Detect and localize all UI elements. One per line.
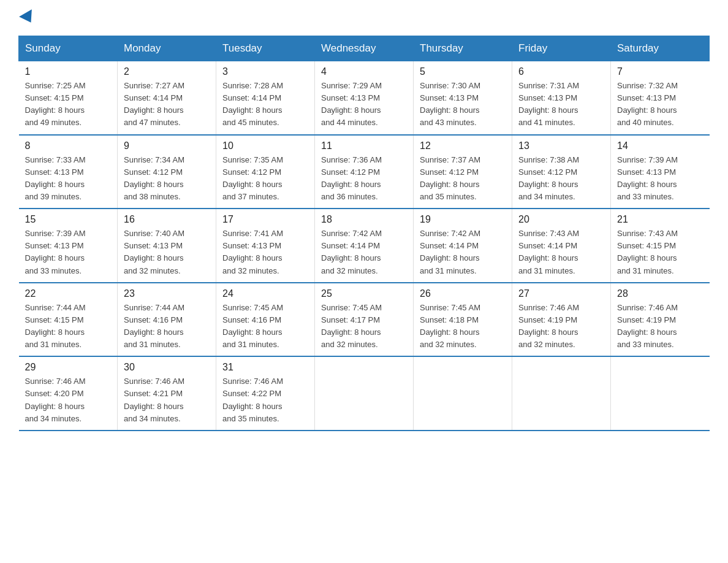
calendar-cell: 7 Sunrise: 7:32 AMSunset: 4:13 PMDayligh… — [611, 61, 710, 135]
calendar-cell: 15 Sunrise: 7:39 AMSunset: 4:13 PMDaylig… — [19, 209, 118, 283]
calendar-cell: 12 Sunrise: 7:37 AMSunset: 4:12 PMDaylig… — [414, 135, 512, 209]
calendar-cell: 8 Sunrise: 7:33 AMSunset: 4:13 PMDayligh… — [19, 135, 118, 209]
calendar-cell: 13 Sunrise: 7:38 AMSunset: 4:12 PMDaylig… — [512, 135, 611, 209]
logo-blue-text — [18, 12, 36, 23]
calendar-cell: 2 Sunrise: 7:27 AMSunset: 4:14 PMDayligh… — [118, 61, 216, 135]
calendar-cell: 21 Sunrise: 7:43 AMSunset: 4:15 PMDaylig… — [611, 209, 710, 283]
day-number: 22 — [25, 288, 112, 299]
day-number: 19 — [420, 214, 506, 225]
day-info: Sunrise: 7:34 AMSunset: 4:12 PMDaylight:… — [124, 155, 184, 201]
day-info: Sunrise: 7:45 AMSunset: 4:18 PMDaylight:… — [420, 303, 480, 349]
calendar-cell: 23 Sunrise: 7:44 AMSunset: 4:16 PMDaylig… — [118, 283, 216, 357]
day-info: Sunrise: 7:40 AMSunset: 4:13 PMDaylight:… — [124, 229, 184, 275]
day-number: 30 — [124, 362, 210, 373]
calendar-cell — [512, 356, 611, 431]
calendar-cell: 11 Sunrise: 7:36 AMSunset: 4:12 PMDaylig… — [315, 135, 414, 209]
day-number: 7 — [617, 66, 703, 77]
day-number: 8 — [25, 140, 112, 151]
day-number: 31 — [222, 362, 308, 373]
logo-arrow-icon — [19, 9, 37, 26]
calendar-cell — [315, 356, 414, 431]
day-info: Sunrise: 7:42 AMSunset: 4:14 PMDaylight:… — [420, 229, 480, 275]
day-number: 24 — [222, 288, 308, 299]
calendar-cell: 14 Sunrise: 7:39 AMSunset: 4:13 PMDaylig… — [611, 135, 710, 209]
day-number: 28 — [617, 288, 703, 299]
day-info: Sunrise: 7:45 AMSunset: 4:17 PMDaylight:… — [321, 303, 382, 349]
header-thursday: Thursday — [414, 36, 512, 61]
calendar-cell: 28 Sunrise: 7:46 AMSunset: 4:19 PMDaylig… — [611, 283, 710, 357]
day-number: 18 — [321, 214, 407, 225]
day-info: Sunrise: 7:43 AMSunset: 4:15 PMDaylight:… — [617, 229, 678, 275]
day-number: 27 — [518, 288, 604, 299]
calendar-cell: 19 Sunrise: 7:42 AMSunset: 4:14 PMDaylig… — [414, 209, 512, 283]
header-tuesday: Tuesday — [216, 36, 315, 61]
calendar-cell: 27 Sunrise: 7:46 AMSunset: 4:19 PMDaylig… — [512, 283, 611, 357]
calendar-cell: 18 Sunrise: 7:42 AMSunset: 4:14 PMDaylig… — [315, 209, 414, 283]
calendar-week-1: 1 Sunrise: 7:25 AMSunset: 4:15 PMDayligh… — [19, 61, 710, 135]
calendar-cell: 4 Sunrise: 7:29 AMSunset: 4:13 PMDayligh… — [315, 61, 414, 135]
day-info: Sunrise: 7:46 AMSunset: 4:20 PMDaylight:… — [25, 377, 86, 423]
day-number: 17 — [222, 214, 308, 225]
day-number: 1 — [25, 66, 112, 77]
logo — [18, 12, 36, 23]
header-friday: Friday — [512, 36, 611, 61]
day-number: 4 — [321, 66, 407, 77]
header-wednesday: Wednesday — [315, 36, 414, 61]
day-info: Sunrise: 7:29 AMSunset: 4:13 PMDaylight:… — [321, 81, 382, 127]
calendar-week-5: 29 Sunrise: 7:46 AMSunset: 4:20 PMDaylig… — [19, 356, 710, 431]
day-number: 11 — [321, 140, 407, 151]
day-number: 10 — [222, 140, 308, 151]
calendar-cell: 24 Sunrise: 7:45 AMSunset: 4:16 PMDaylig… — [216, 283, 315, 357]
day-number: 13 — [518, 140, 604, 151]
day-info: Sunrise: 7:38 AMSunset: 4:12 PMDaylight:… — [518, 155, 579, 201]
calendar-cell: 20 Sunrise: 7:43 AMSunset: 4:14 PMDaylig… — [512, 209, 611, 283]
header-saturday: Saturday — [611, 36, 710, 61]
calendar-cell: 29 Sunrise: 7:46 AMSunset: 4:20 PMDaylig… — [19, 356, 118, 431]
calendar-cell: 31 Sunrise: 7:46 AMSunset: 4:22 PMDaylig… — [216, 356, 315, 431]
day-number: 6 — [518, 66, 604, 77]
day-number: 26 — [420, 288, 506, 299]
day-info: Sunrise: 7:25 AMSunset: 4:15 PMDaylight:… — [25, 81, 86, 127]
calendar-cell: 1 Sunrise: 7:25 AMSunset: 4:15 PMDayligh… — [19, 61, 118, 135]
calendar-cell: 22 Sunrise: 7:44 AMSunset: 4:15 PMDaylig… — [19, 283, 118, 357]
day-info: Sunrise: 7:35 AMSunset: 4:12 PMDaylight:… — [222, 155, 283, 201]
header-monday: Monday — [118, 36, 216, 61]
day-info: Sunrise: 7:46 AMSunset: 4:19 PMDaylight:… — [518, 303, 579, 349]
day-info: Sunrise: 7:36 AMSunset: 4:12 PMDaylight:… — [321, 155, 382, 201]
day-number: 23 — [124, 288, 210, 299]
day-number: 25 — [321, 288, 407, 299]
day-info: Sunrise: 7:41 AMSunset: 4:13 PMDaylight:… — [222, 229, 283, 275]
calendar-week-4: 22 Sunrise: 7:44 AMSunset: 4:15 PMDaylig… — [19, 283, 710, 357]
header-sunday: Sunday — [19, 36, 118, 61]
day-info: Sunrise: 7:32 AMSunset: 4:13 PMDaylight:… — [617, 81, 678, 127]
day-info: Sunrise: 7:39 AMSunset: 4:13 PMDaylight:… — [617, 155, 678, 201]
calendar-cell: 17 Sunrise: 7:41 AMSunset: 4:13 PMDaylig… — [216, 209, 315, 283]
calendar-cell — [414, 356, 512, 431]
day-info: Sunrise: 7:33 AMSunset: 4:13 PMDaylight:… — [25, 155, 86, 201]
day-number: 9 — [124, 140, 210, 151]
day-number: 3 — [222, 66, 308, 77]
day-info: Sunrise: 7:46 AMSunset: 4:21 PMDaylight:… — [124, 377, 184, 423]
day-info: Sunrise: 7:37 AMSunset: 4:12 PMDaylight:… — [420, 155, 480, 201]
day-info: Sunrise: 7:30 AMSunset: 4:13 PMDaylight:… — [420, 81, 480, 127]
calendar-table: SundayMondayTuesdayWednesdayThursdayFrid… — [18, 36, 710, 431]
day-info: Sunrise: 7:46 AMSunset: 4:22 PMDaylight:… — [222, 377, 283, 423]
day-info: Sunrise: 7:27 AMSunset: 4:14 PMDaylight:… — [124, 81, 184, 127]
day-info: Sunrise: 7:43 AMSunset: 4:14 PMDaylight:… — [518, 229, 579, 275]
day-number: 12 — [420, 140, 506, 151]
page-header — [18, 12, 710, 23]
day-info: Sunrise: 7:44 AMSunset: 4:15 PMDaylight:… — [25, 303, 86, 349]
calendar-cell: 16 Sunrise: 7:40 AMSunset: 4:13 PMDaylig… — [118, 209, 216, 283]
calendar-week-3: 15 Sunrise: 7:39 AMSunset: 4:13 PMDaylig… — [19, 209, 710, 283]
calendar-cell: 25 Sunrise: 7:45 AMSunset: 4:17 PMDaylig… — [315, 283, 414, 357]
day-number: 29 — [25, 362, 112, 373]
calendar-cell: 9 Sunrise: 7:34 AMSunset: 4:12 PMDayligh… — [118, 135, 216, 209]
calendar-cell: 26 Sunrise: 7:45 AMSunset: 4:18 PMDaylig… — [414, 283, 512, 357]
day-info: Sunrise: 7:45 AMSunset: 4:16 PMDaylight:… — [222, 303, 283, 349]
day-number: 5 — [420, 66, 506, 77]
calendar-cell — [611, 356, 710, 431]
day-info: Sunrise: 7:44 AMSunset: 4:16 PMDaylight:… — [124, 303, 184, 349]
day-info: Sunrise: 7:46 AMSunset: 4:19 PMDaylight:… — [617, 303, 678, 349]
calendar-cell: 6 Sunrise: 7:31 AMSunset: 4:13 PMDayligh… — [512, 61, 611, 135]
day-number: 16 — [124, 214, 210, 225]
